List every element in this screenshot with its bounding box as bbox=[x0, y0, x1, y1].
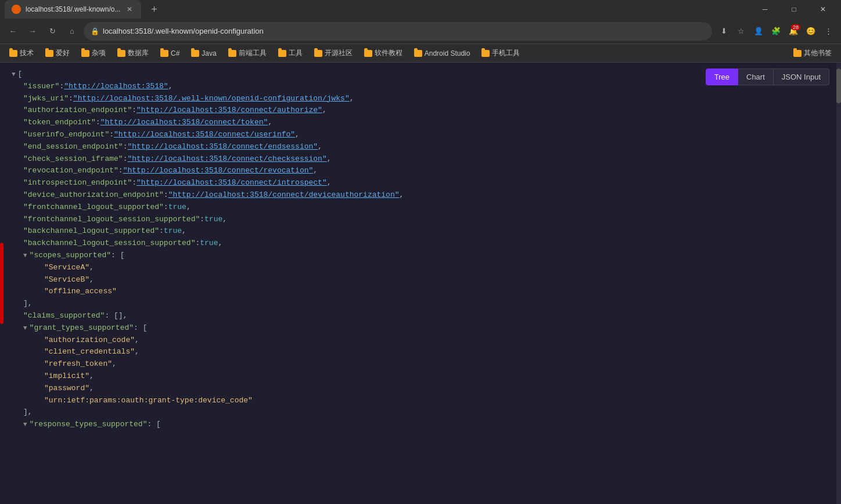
json-grant-authcode: "authorization_code" , bbox=[44, 334, 825, 347]
lock-icon: 🔒 bbox=[91, 27, 99, 35]
menu-icon[interactable]: ⋮ bbox=[820, 23, 836, 39]
json-line-backchannel-session: "backchannel_logout_session_supported" :… bbox=[23, 237, 825, 250]
grants-collapse-icon[interactable]: ▼ bbox=[23, 323, 27, 334]
folder-icon bbox=[228, 50, 236, 57]
scrollbar-track[interactable] bbox=[836, 63, 841, 504]
extensions-icon[interactable]: 🧩 bbox=[768, 23, 784, 39]
minimize-button[interactable]: ─ bbox=[752, 0, 778, 19]
forward-button[interactable]: → bbox=[24, 23, 41, 39]
folder-icon bbox=[314, 50, 322, 57]
back-button[interactable]: ← bbox=[5, 23, 21, 39]
json-line-checksession: "check_session_iframe" : "http://localho… bbox=[23, 153, 825, 165]
account-icon[interactable]: 😊 bbox=[803, 23, 819, 39]
collapse-icon[interactable]: ▼ bbox=[12, 70, 16, 80]
bookmark-android[interactable]: Android Studio bbox=[409, 48, 475, 59]
bookmark-opensource[interactable]: 开源社区 bbox=[310, 47, 357, 59]
json-line-token: "token_endpoint" : "http://localhost:351… bbox=[23, 117, 825, 129]
bookmark-phone[interactable]: 手机工具 bbox=[477, 47, 524, 59]
favicon bbox=[12, 5, 21, 14]
folder-icon bbox=[9, 50, 17, 57]
bookmark-技术[interactable]: 技术 bbox=[5, 47, 38, 59]
json-grants-close: ], bbox=[23, 406, 825, 419]
link-deviceauth[interactable]: "http://localhost:3518/connect/deviceaut… bbox=[168, 189, 400, 201]
bookmark-数据库[interactable]: 数据库 bbox=[113, 47, 153, 59]
profile-icon[interactable]: 👤 bbox=[750, 23, 767, 39]
json-grant-clientcreds: "client_credentials" , bbox=[44, 346, 825, 358]
home-button[interactable]: ⌂ bbox=[64, 23, 80, 39]
refresh-icon: ↻ bbox=[49, 27, 56, 35]
bookmark-tools[interactable]: 工具 bbox=[274, 47, 307, 59]
json-line-issuer: "issuer" : "http://localhost:3518" , bbox=[23, 81, 825, 93]
link-token[interactable]: "http://localhost:3518/connect/token" bbox=[100, 117, 268, 129]
close-button[interactable]: ✕ bbox=[810, 0, 836, 19]
maximize-button[interactable]: □ bbox=[781, 0, 807, 19]
tree-button[interactable]: Tree bbox=[706, 69, 738, 85]
json-line-auth-endpoint: "authorization_endpoint" : "http://local… bbox=[23, 105, 825, 117]
json-root-open: ▼ [ bbox=[12, 69, 825, 81]
back-icon: ← bbox=[9, 27, 17, 35]
json-viewer[interactable]: ▼ [ "issuer" : "http://localhost:3518" ,… bbox=[0, 63, 836, 504]
bookmark-csharp[interactable]: C# bbox=[156, 48, 184, 59]
json-grant-implicit: "implicit" , bbox=[44, 370, 825, 383]
json-scopes-close: ], bbox=[23, 298, 825, 310]
tab-close-button[interactable]: ✕ bbox=[125, 5, 134, 14]
bookmark-frontend[interactable]: 前端工具 bbox=[224, 47, 271, 59]
json-line-backchannel: "backchannel_logout_supported" : true , bbox=[23, 225, 825, 237]
json-line-userinfo: "userinfo_endpoint" : "http://localhost:… bbox=[23, 129, 825, 141]
json-line-introspection: "introspection_endpoint" : "http://local… bbox=[23, 177, 825, 189]
link-endsession[interactable]: "http://localhost:3518/connect/endsessio… bbox=[127, 141, 318, 153]
folder-icon bbox=[364, 50, 372, 57]
json-scope-serviceb: "ServiceB" , bbox=[44, 274, 825, 286]
scrollbar-thumb[interactable] bbox=[836, 69, 841, 103]
json-line-revocation: "revocation_endpoint" : "http://localhos… bbox=[23, 165, 825, 177]
bookmark-java[interactable]: Java bbox=[186, 48, 221, 59]
link-checksession[interactable]: "http://localhost:3518/connect/checksess… bbox=[127, 153, 326, 165]
notification-icon[interactable]: 🔔28 bbox=[785, 23, 802, 39]
link-jwks[interactable]: "http://localhost:3518/.well-known/openi… bbox=[73, 93, 350, 105]
bookmark-label: 手机工具 bbox=[492, 48, 520, 58]
address-input[interactable]: 🔒 localhost:3518/.well-known/openid-conf… bbox=[84, 22, 712, 41]
json-line-frontchannel: "frontchannel_logout_supported" : true , bbox=[23, 201, 825, 214]
bookmark-software[interactable]: 软件教程 bbox=[360, 47, 407, 59]
forward-icon: → bbox=[29, 27, 37, 35]
json-line-deviceauth: "device_authorization_endpoint" : "http:… bbox=[23, 189, 825, 201]
browser-tab[interactable]: localhost:3518/.well-known/o... ✕ bbox=[5, 0, 141, 19]
json-input-button[interactable]: JSON Input bbox=[774, 69, 829, 85]
bookmark-label: 前端工具 bbox=[239, 48, 267, 58]
folder-icon bbox=[278, 50, 286, 57]
refresh-button[interactable]: ↻ bbox=[44, 23, 60, 39]
bookmark-爱好[interactable]: 爱好 bbox=[41, 47, 74, 59]
bookmark-杂项[interactable]: 杂项 bbox=[77, 47, 110, 59]
bookmark-label: Java bbox=[202, 49, 216, 57]
response-types-collapse-icon[interactable]: ▼ bbox=[23, 420, 27, 430]
download-icon[interactable]: ⬇ bbox=[716, 23, 732, 39]
notification-badge: 28 bbox=[791, 24, 800, 30]
folder-icon bbox=[45, 50, 53, 57]
home-icon: ⌂ bbox=[70, 27, 74, 35]
side-indicator bbox=[0, 243, 3, 324]
json-line-jwks: "jwks_uri" : "http://localhost:3518/.wel… bbox=[23, 93, 825, 105]
other-bookmarks[interactable]: 其他书签 bbox=[789, 47, 836, 59]
scopes-array: "ServiceA" , "ServiceB" , "offline_acces… bbox=[23, 262, 825, 298]
tab-title: localhost:3518/.well-known/o... bbox=[26, 5, 120, 13]
chart-button[interactable]: Chart bbox=[738, 69, 774, 85]
viewer-toolbar: Tree Chart JSON Input bbox=[706, 69, 829, 85]
json-line-grants: ▼ "grant_types_supported" : [ bbox=[23, 322, 825, 334]
link-auth-endpoint[interactable]: "http://localhost:3518/connect/authorize… bbox=[136, 105, 322, 117]
new-tab-button[interactable]: + bbox=[146, 1, 162, 17]
json-scope-offline: "offline_access" bbox=[44, 286, 825, 298]
star-icon[interactable]: ☆ bbox=[733, 23, 749, 39]
link-introspection[interactable]: "http://localhost:3518/connect/introspec… bbox=[136, 177, 327, 189]
scopes-collapse-icon[interactable]: ▼ bbox=[23, 251, 27, 261]
bookmark-label: 其他书签 bbox=[804, 48, 832, 58]
link-issuer[interactable]: "http://localhost:3518" bbox=[64, 81, 168, 93]
folder-icon bbox=[191, 50, 199, 57]
json-line-scopes: ▼ "scopes_supported" : [ bbox=[23, 250, 825, 262]
folder-icon bbox=[414, 50, 422, 57]
json-line-response-types: ▼ "response_types_supported" : [ bbox=[23, 419, 825, 431]
bookmark-label: 爱好 bbox=[56, 48, 70, 58]
folder-icon bbox=[793, 50, 802, 57]
bookmarks-bar: 技术 爱好 杂项 数据库 C# Java 前端工具 工具 开源社区 软件教程 A… bbox=[0, 44, 841, 63]
link-revocation[interactable]: "http://localhost:3518/connect/revocatio… bbox=[123, 165, 314, 177]
link-userinfo[interactable]: "http://localhost:3518/connect/userinfo" bbox=[114, 129, 295, 141]
